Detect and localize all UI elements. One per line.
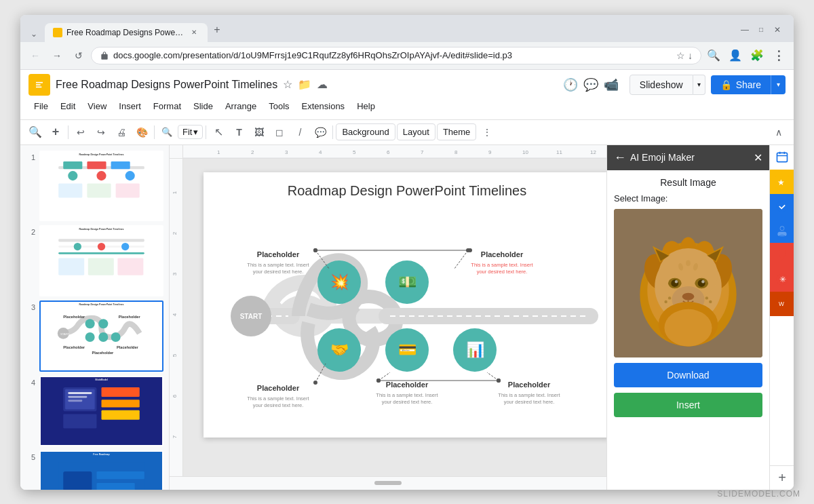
insert-btn[interactable]: Insert xyxy=(614,393,762,417)
svg-text:Placeholder: Placeholder xyxy=(386,381,429,389)
address-bar[interactable]: docs.google.com/presentation/d/1oU9MFrrs… xyxy=(91,47,701,64)
slide-thumbnail-4[interactable]: 4 SlideModel xyxy=(26,376,163,447)
side-icon-add[interactable]: + xyxy=(770,465,794,490)
editor-scroll-area[interactable]: 1 2 3 4 5 6 7 xyxy=(170,159,606,476)
history-icon[interactable]: 🕐 xyxy=(563,77,578,92)
slide-canvas[interactable]: Roadmap Design PowerPoint Timelines xyxy=(204,172,606,438)
check-side-icon xyxy=(775,199,789,213)
undo-btn[interactable]: ↩ xyxy=(71,123,90,142)
doc-title[interactable]: Free Roadmap Designs PowerPoint Timeline… xyxy=(56,79,277,91)
menu-edit[interactable]: Edit xyxy=(55,98,81,114)
slide-title[interactable]: Roadmap Design PowerPoint Timelines xyxy=(204,172,606,204)
zoom-out-toolbar-btn[interactable]: 🔍 xyxy=(26,123,45,142)
menu-slide[interactable]: Slide xyxy=(188,98,218,114)
side-icon-calendar[interactable] xyxy=(770,145,794,170)
side-icon-asterisk[interactable]: ✳ xyxy=(770,267,794,292)
side-icon-person[interactable] xyxy=(770,218,794,243)
new-tab-btn[interactable]: + xyxy=(208,20,227,39)
menu-format[interactable]: Format xyxy=(148,98,187,114)
svg-rect-39 xyxy=(68,400,82,402)
layout-btn[interactable]: Layout xyxy=(397,123,435,140)
horizontal-scrollbar[interactable] xyxy=(170,476,606,490)
comments-icon[interactable]: 💬 xyxy=(583,77,598,92)
share-btn[interactable]: 🔒 Share xyxy=(711,75,771,94)
add-toolbar-btn[interactable]: + xyxy=(46,123,65,142)
star-title-icon[interactable]: ☆ xyxy=(283,78,292,91)
cursor-btn[interactable]: ↖ xyxy=(209,123,228,142)
background-btn[interactable]: Background xyxy=(336,123,395,140)
menu-help[interactable]: Help xyxy=(351,98,381,114)
refresh-btn[interactable]: ↺ xyxy=(69,46,88,65)
maximize-btn[interactable]: □ xyxy=(756,24,767,35)
slides-app: Free Roadmap Designs PowerPoint Timeline… xyxy=(20,70,794,490)
zoom-icon[interactable]: 🔍 xyxy=(704,46,723,65)
lion-image[interactable] xyxy=(614,209,762,357)
svg-rect-46 xyxy=(96,471,144,479)
svg-text:2: 2 xyxy=(251,149,254,155)
menu-file[interactable]: File xyxy=(28,98,54,114)
folder-icon[interactable]: 📁 xyxy=(298,78,311,91)
panel-back-btn[interactable]: ← xyxy=(614,151,626,165)
calendar-icon xyxy=(775,151,789,164)
slideshow-btn[interactable]: Slideshow xyxy=(629,75,693,95)
slide-thumb-1[interactable]: Roadmap Design PowerPoint Timelines xyxy=(39,151,163,222)
slide-thumb-4[interactable]: SlideModel xyxy=(39,376,163,447)
slide-thumb-5[interactable]: Free Roadmap xyxy=(39,450,163,489)
text-btn[interactable]: T xyxy=(229,123,248,142)
extensions-icon[interactable]: 🧩 xyxy=(748,46,767,65)
paint-btn[interactable]: 🎨 xyxy=(132,123,151,142)
back-btn[interactable]: ← xyxy=(26,46,45,65)
svg-point-27 xyxy=(111,332,121,342)
redo-btn[interactable]: ↪ xyxy=(92,123,111,142)
close-tab-btn[interactable]: ✕ xyxy=(189,27,199,38)
side-icon-check[interactable] xyxy=(770,194,794,218)
more-btn[interactable]: ⋮ xyxy=(769,46,788,65)
cloud-icon[interactable]: ☁ xyxy=(317,78,328,91)
menu-insert[interactable]: Insert xyxy=(113,98,147,114)
canvas-area[interactable]: Roadmap Design PowerPoint Timelines xyxy=(183,159,606,476)
comment-btn[interactable]: 💬 xyxy=(311,123,330,142)
share-label: Share xyxy=(736,79,761,90)
svg-text:12: 12 xyxy=(590,149,596,155)
shape-btn[interactable]: ◻ xyxy=(270,123,289,142)
forward-btn[interactable]: → xyxy=(47,46,66,65)
print-btn[interactable]: 🖨 xyxy=(112,123,131,142)
download-btn[interactable]: Download xyxy=(614,363,762,387)
line-btn[interactable]: / xyxy=(290,123,309,142)
zoom-select[interactable]: Fit ▾ xyxy=(178,125,203,139)
panel-close-btn[interactable]: ✕ xyxy=(754,151,762,164)
more-toolbar-btn[interactable]: ⋮ xyxy=(478,123,497,142)
slide-thumbnail-1[interactable]: 1 Roadmap Design PowerPoint Timelines xyxy=(26,151,163,222)
download-icon[interactable]: ↓ xyxy=(688,50,693,61)
collapse-toolbar-btn[interactable]: ∧ xyxy=(769,123,788,142)
side-icon-star[interactable]: ★ xyxy=(770,170,794,194)
scroll-thumb[interactable] xyxy=(374,481,402,485)
bookmark-icon[interactable]: ☆ xyxy=(676,50,685,61)
active-tab[interactable]: Free Roadmap Designs PowerP... ✕ xyxy=(45,23,208,42)
menu-extensions[interactable]: Extensions xyxy=(296,98,351,114)
share-dropdown-btn[interactable]: ▾ xyxy=(771,75,786,94)
close-window-btn[interactable]: ✕ xyxy=(772,24,783,35)
theme-btn[interactable]: Theme xyxy=(437,123,476,140)
minimize-btn[interactable]: — xyxy=(739,24,750,35)
side-icon-map[interactable] xyxy=(770,243,794,267)
zoom-toolbar-icon[interactable]: 🔍 xyxy=(157,123,176,142)
slide-thumbnail-5[interactable]: 5 Free Roadmap xyxy=(26,450,163,489)
ruler-h-marks: 1 2 3 4 5 6 7 8 9 10 11 xyxy=(183,145,606,158)
svg-text:5: 5 xyxy=(172,353,178,357)
camera-icon[interactable]: 📹 xyxy=(604,77,619,92)
slide-thumb-3[interactable]: Roadmap Design PowerPoint Timelines xyxy=(39,301,163,372)
side-icon-office[interactable]: W xyxy=(770,292,794,316)
slideshow-dropdown-btn[interactable]: ▾ xyxy=(693,75,705,95)
menu-tools[interactable]: Tools xyxy=(263,98,294,114)
slide-thumbnail-2[interactable]: 2 Roadmap Design PowerPoint Timelines xyxy=(26,225,163,296)
menu-view[interactable]: View xyxy=(82,98,112,114)
svg-text:1: 1 xyxy=(217,149,220,155)
menu-arrange[interactable]: Arrange xyxy=(220,98,262,114)
profile-icon[interactable]: 👤 xyxy=(726,46,745,65)
slide-thumb-2[interactable]: Roadmap Design PowerPoint Timelines xyxy=(39,225,163,296)
result-title: Result Image xyxy=(614,177,762,188)
window-collapse-btn[interactable]: ⌄ xyxy=(26,26,42,42)
slide-thumbnail-3[interactable]: 3 Roadmap Design PowerPoint Timelines xyxy=(26,301,163,372)
image-btn[interactable]: 🖼 xyxy=(250,123,269,142)
